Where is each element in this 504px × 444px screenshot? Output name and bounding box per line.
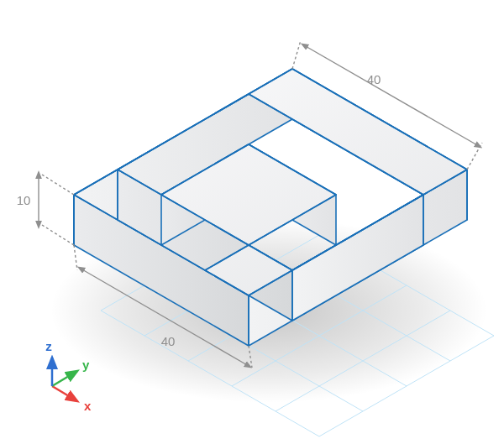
svg-line-33 <box>42 225 74 245</box>
svg-line-32 <box>42 175 74 195</box>
svg-line-29 <box>74 245 77 270</box>
axis-y-label: y <box>82 358 90 372</box>
axis-x-label: x <box>84 399 92 413</box>
svg-line-26 <box>292 40 301 69</box>
axis-z-label: z <box>45 339 52 353</box>
dim-height: 10 <box>17 193 31 207</box>
dim-bottom-width: 40 <box>161 334 176 348</box>
isometric-diagram: 40 40 10 x y z <box>0 0 504 444</box>
svg-line-35 <box>52 371 77 386</box>
svg-line-27 <box>467 143 482 170</box>
dim-top-width: 40 <box>367 72 381 86</box>
svg-line-34 <box>52 386 77 401</box>
